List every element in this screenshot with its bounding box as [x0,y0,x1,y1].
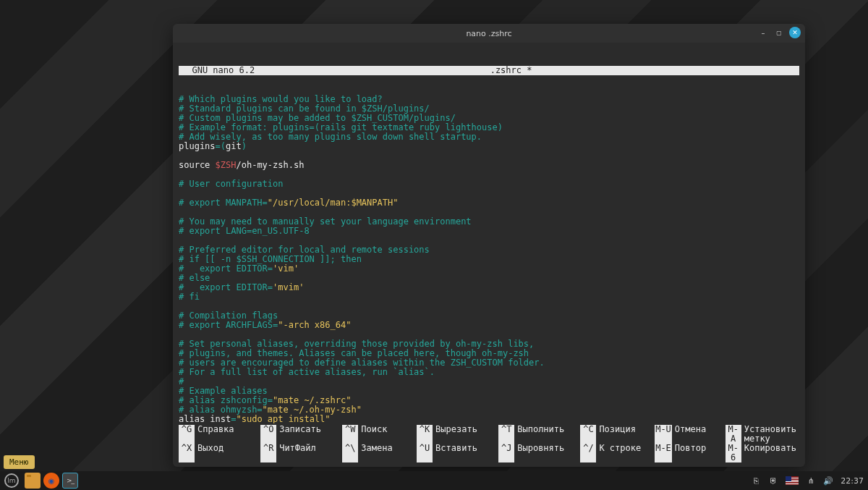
shortcut-key: ^W [342,425,358,444]
window-titlebar[interactable]: nano .zshrc [173,24,805,43]
nano-shortcuts: ^GСправка^OЗаписать^WПоиск^KВырезать^TВы… [173,423,805,467]
shortcut-label: Установить метку [744,425,796,444]
nano-version: GNU nano 6.2 [182,66,255,75]
terminal-content[interactable]: GNU nano 6.2 .zshrc * # Which plugins wo… [173,43,805,423]
shortcut-label: Выход [197,444,224,462]
shortcut-label: Справка [197,425,234,444]
system-tray: ⎘ ⛨ ⋔ 🔊 22:37 [751,476,864,486]
shortcut-item: ^UВставить [417,444,498,462]
shortcut-item: M-EПовтор [655,444,726,462]
editor-line: # Add wisely, as too many plugins slow d… [179,132,799,142]
shortcut-label: К строке [599,444,641,462]
updates-icon[interactable]: ⎘ [751,476,761,486]
shortcut-key: ^\ [342,444,358,462]
shortcut-label: Выровнять [517,444,564,462]
shortcut-label: Замена [361,444,392,462]
shortcut-item: ^CПозиция [580,425,655,444]
shortcut-label: Записать [279,425,321,444]
shortcut-label: Вырезать [435,425,477,444]
volume-icon[interactable]: 🔊 [823,476,833,486]
editor-line: # For a full list of active aliases, run… [179,368,799,377]
shortcut-item: ^OЗаписать [260,425,342,444]
editor-line: source $ZSH/oh-my-zsh.sh [179,161,799,170]
firefox-icon[interactable] [43,473,59,489]
shortcut-item: M-AУстановить метку [726,425,799,444]
shortcut-item: ^/К строке [580,444,655,462]
window-close-button[interactable] [789,27,801,38]
shield-icon[interactable]: ⛨ [768,476,778,486]
editor-line: plugins=(git) [179,142,799,151]
shortcut-key: ^T [498,425,514,444]
shortcut-key: M-E [655,444,672,462]
shortcut-label: Копировать [744,444,796,462]
shortcut-key: ^/ [580,444,596,462]
shortcut-label: Поиск [361,425,387,444]
window-minimize-button[interactable] [757,27,769,38]
nano-header: GNU nano 6.2 .zshrc * [179,66,799,75]
shortcut-label: Вставить [435,444,477,462]
file-manager-icon[interactable] [25,473,41,489]
start-menu-button[interactable]: lm [4,473,19,488]
network-icon[interactable]: ⋔ [806,476,816,486]
shortcut-label: ЧитФайл [279,444,316,462]
editor-body[interactable]: # Which plugins would you like to load?#… [179,95,799,423]
shortcut-key: ^C [580,425,596,444]
nano-filename: .zshrc * [255,66,767,75]
editor-line: alias inst="sudo apt install" [179,415,799,423]
shortcut-key: M-6 [726,444,741,462]
editor-line: # export MANPATH="/usr/local/man:$MANPAT… [179,198,799,208]
shortcut-item: M-UОтмена [655,425,726,444]
shortcut-item: ^RЧитФайл [260,444,342,462]
shortcut-key: M-A [726,425,741,444]
editor-line: # [179,377,799,386]
editor-line: # export EDITOR='mvim' [179,283,799,292]
clock[interactable]: 22:37 [841,476,864,486]
editor-line: # User configuration [179,179,799,189]
shortcut-label: Отмена [675,425,706,444]
editor-line: # fi [179,292,799,302]
shortcut-item: M-6Копировать [726,444,799,462]
terminal-launcher-icon[interactable] [62,473,78,489]
window-title: nano .zshrc [466,29,511,38]
shortcut-key: ^J [498,444,514,462]
window-maximize-button[interactable] [773,27,785,38]
shortcut-item: ^GСправка [179,425,260,444]
shortcut-item: ^JВыровнять [498,444,580,462]
shortcut-item: ^XВыход [179,444,260,462]
shortcut-key: ^R [260,444,276,462]
shortcut-key: ^U [417,444,433,462]
shortcut-label: Повтор [675,444,706,462]
terminal-window: nano .zshrc GNU nano 6.2 .zshrc * # Whic… [173,24,805,467]
shortcut-key: ^G [179,425,195,444]
shortcut-key: M-U [655,425,672,444]
shortcut-label: Выполнить [517,425,564,444]
menu-button[interactable]: Меню [4,455,35,469]
editor-line: # export LANG=en_US.UTF-8 [179,227,799,236]
taskbar: lm ⎘ ⛨ ⋔ 🔊 22:37 [0,471,868,490]
shortcut-item: ^\Замена [342,444,417,462]
shortcut-key: ^K [417,425,433,444]
keyboard-layout-icon[interactable] [786,476,799,485]
shortcut-label: Позиция [599,425,636,444]
shortcut-item: ^WПоиск [342,425,417,444]
editor-line: # export EDITOR='vim' [179,264,799,274]
shortcut-item: ^TВыполнить [498,425,580,444]
editor-line: # export ARCHFLAGS="-arch x86_64" [179,321,799,330]
shortcut-key: ^X [179,444,195,462]
shortcut-key: ^O [260,425,276,444]
shortcut-item: ^KВырезать [417,425,498,444]
